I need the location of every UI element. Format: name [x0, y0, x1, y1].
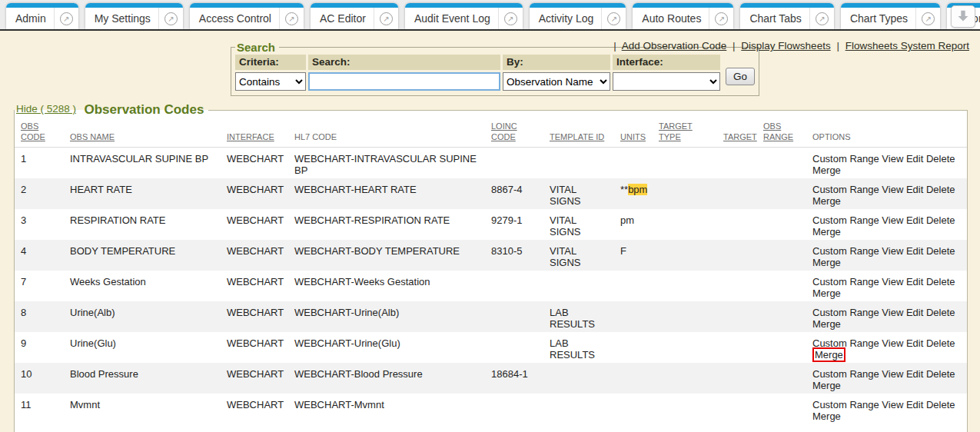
criteria-select[interactable]: Contains: [235, 72, 306, 91]
tab-popout-button[interactable]: ↗: [709, 8, 733, 29]
column-header-loinc-code[interactable]: LOINC CODE: [485, 118, 543, 148]
option-link-edit[interactable]: Edit: [906, 307, 923, 318]
by-select[interactable]: Observation Name: [503, 72, 610, 91]
option-link-view[interactable]: View: [882, 184, 903, 195]
tab-popout-button[interactable]: ↗: [374, 8, 398, 29]
tab-popout-button[interactable]: ↗: [54, 8, 78, 29]
tab-auto-routes[interactable]: Auto Routes↗: [633, 3, 733, 29]
option-link-delete[interactable]: Delete: [926, 337, 955, 349]
tab-chart-types[interactable]: Chart Types↗: [841, 3, 940, 29]
option-link-merge[interactable]: Merge: [812, 287, 841, 299]
column-header-obs-range[interactable]: OBS RANGE: [757, 118, 806, 148]
interface-select[interactable]: [613, 72, 720, 91]
option-link-view[interactable]: View: [882, 307, 903, 318]
option-link-view[interactable]: View: [882, 245, 903, 257]
option-link-merge[interactable]: Merge: [812, 226, 841, 238]
option-link-custom-range[interactable]: Custom Range: [812, 307, 879, 318]
table-row: 8Urine(Alb)WEBCHARTWEBCHART-Urine(Alb)LA…: [15, 301, 967, 332]
column-header-interface[interactable]: INTERFACE: [221, 118, 288, 148]
cell-hl7_code: WEBCHART-Mvmnt: [288, 394, 485, 424]
column-header-obs-name[interactable]: OBS NAME: [64, 118, 221, 148]
option-link-edit[interactable]: Edit: [906, 337, 923, 349]
option-link-delete[interactable]: Delete: [926, 184, 955, 195]
option-link-edit[interactable]: Edit: [906, 276, 923, 287]
column-header-obs-code[interactable]: OBS CODE: [15, 118, 64, 148]
table-row: 4BODY TEMPERATUREWEBCHARTWEBCHART-BODY T…: [15, 240, 967, 271]
option-link-merge[interactable]: Merge: [812, 380, 841, 391]
option-link-delete[interactable]: Delete: [926, 245, 955, 257]
tab-chart-tabs[interactable]: Chart Tabs↗: [740, 3, 833, 29]
column-header-target[interactable]: TARGET: [717, 118, 757, 148]
option-link-edit[interactable]: Edit: [906, 245, 923, 257]
option-link-merge[interactable]: Merge: [812, 195, 841, 207]
search-input[interactable]: [308, 72, 500, 91]
tab-popout-button[interactable]: ↗: [498, 8, 523, 29]
tab-popout-button[interactable]: ↗: [279, 8, 304, 29]
option-link-merge[interactable]: Merge: [812, 347, 845, 362]
option-link-edit[interactable]: Edit: [906, 153, 923, 164]
cell-obs_range: [757, 178, 806, 209]
tab-my-settings[interactable]: My Settings↗: [85, 3, 183, 29]
option-link-view[interactable]: View: [882, 276, 903, 287]
option-link-delete[interactable]: Delete: [926, 214, 955, 226]
option-link-delete[interactable]: Delete: [926, 368, 955, 380]
option-link-delete[interactable]: Delete: [926, 307, 955, 318]
cell-options: Custom Range View Edit Delete Merge: [806, 363, 967, 394]
tab-popout-button[interactable]: ↗: [158, 8, 183, 29]
option-link-custom-range[interactable]: Custom Range: [812, 245, 879, 257]
add-observation-code-link[interactable]: Add Observation Code: [622, 40, 727, 52]
cell-loinc_code: 18684-1: [485, 363, 543, 394]
cell-units: [614, 332, 653, 363]
option-link-merge[interactable]: Merge: [812, 410, 841, 422]
option-link-view[interactable]: View: [882, 153, 903, 164]
column-header-template-id[interactable]: TEMPLATE ID: [543, 118, 614, 148]
cell-hl7_code: WEBCHART-RESPIRATION RATE: [288, 209, 485, 240]
criteria-label: Criteria:: [235, 55, 306, 70]
option-link-edit[interactable]: Edit: [906, 184, 923, 195]
go-button[interactable]: Go: [726, 68, 755, 85]
display-flowsheets-link[interactable]: Display Flowsheets: [741, 40, 830, 52]
option-link-custom-range[interactable]: Custom Range: [812, 153, 879, 164]
option-link-custom-range[interactable]: Custom Range: [812, 368, 879, 380]
cell-interface: WEBCHART: [221, 394, 288, 424]
option-link-merge[interactable]: Merge: [812, 318, 841, 330]
cell-interface: WEBCHART: [221, 332, 288, 363]
column-header-units[interactable]: UNITS: [614, 118, 653, 148]
option-link-merge[interactable]: Merge: [812, 164, 841, 176]
option-link-delete[interactable]: Delete: [926, 153, 955, 164]
cell-target: [717, 301, 757, 332]
option-link-custom-range[interactable]: Custom Range: [812, 399, 879, 410]
option-link-edit[interactable]: Edit: [906, 399, 923, 410]
option-link-delete[interactable]: Delete: [926, 276, 955, 287]
option-link-custom-range[interactable]: Custom Range: [812, 276, 879, 287]
option-link-merge[interactable]: Merge: [812, 257, 841, 268]
option-link-edit[interactable]: Edit: [906, 214, 923, 226]
tab-access-control[interactable]: Access Control↗: [190, 3, 304, 29]
option-link-custom-range[interactable]: Custom Range: [812, 184, 879, 195]
cell-loinc_code: [485, 271, 543, 301]
tab-activity-log[interactable]: Activity Log↗: [530, 3, 626, 29]
tab-admin[interactable]: Admin↗: [6, 3, 78, 29]
option-link-view[interactable]: View: [882, 399, 903, 410]
tab-overflow-down-button[interactable]: [951, 5, 975, 28]
tab-popout-button[interactable]: ↗: [601, 8, 626, 29]
search-legend: Search: [235, 41, 279, 54]
option-link-delete[interactable]: Delete: [926, 399, 955, 410]
tab-popout-button[interactable]: ↗: [809, 8, 834, 29]
cell-obs_code: 10: [15, 363, 64, 394]
tab-audit-event-log[interactable]: Audit Event Log↗: [405, 3, 523, 29]
tab-popout-button[interactable]: ↗: [915, 8, 940, 29]
hide-count-link[interactable]: Hide ( 5288 ): [16, 103, 76, 115]
column-header-target-type[interactable]: TARGET TYPE: [653, 118, 717, 148]
option-link-custom-range[interactable]: Custom Range: [812, 214, 879, 226]
cell-obs_code: 1: [15, 148, 64, 179]
option-link-view[interactable]: View: [882, 214, 903, 226]
cell-obs_range: [757, 271, 806, 301]
option-link-view[interactable]: View: [882, 337, 903, 349]
option-link-edit[interactable]: Edit: [906, 368, 923, 380]
cell-interface: WEBCHART: [221, 363, 288, 394]
option-link-view[interactable]: View: [882, 368, 903, 380]
cell-target: [717, 148, 757, 179]
flowsheets-system-report-link[interactable]: Flowsheets System Report: [845, 40, 969, 52]
tab-ac-editor[interactable]: AC Editor↗: [311, 3, 398, 29]
